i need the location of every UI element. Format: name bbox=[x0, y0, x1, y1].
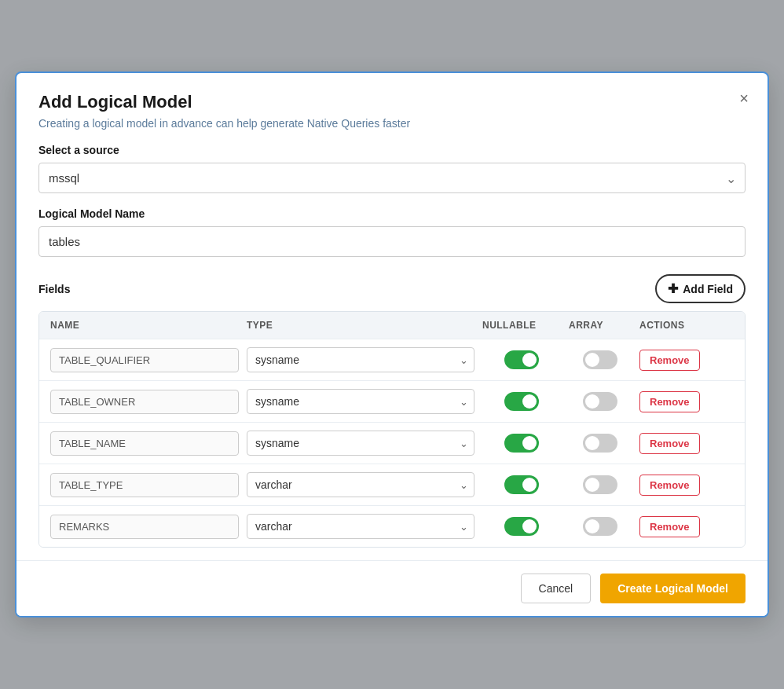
modal-overlay: Add Logical Model Creating a logical mod… bbox=[0, 0, 784, 689]
col-header-actions: ACTIONS bbox=[639, 320, 734, 331]
table-row: sysname varchar int boolean text uuid js… bbox=[39, 505, 745, 547]
field-name-input[interactable] bbox=[50, 390, 239, 414]
remove-button[interactable]: Remove bbox=[639, 475, 700, 496]
array-toggle[interactable] bbox=[583, 350, 617, 369]
nullable-toggle-container bbox=[482, 517, 561, 536]
nullable-toggle[interactable] bbox=[504, 517, 539, 536]
field-name-input[interactable] bbox=[50, 515, 239, 539]
nullable-toggle-container bbox=[482, 434, 561, 453]
type-select[interactable]: sysname varchar int boolean text uuid js… bbox=[247, 431, 474, 456]
type-select[interactable]: sysname varchar int boolean text uuid js… bbox=[247, 347, 474, 372]
field-name-input[interactable] bbox=[50, 431, 239, 456]
modal-header: Add Logical Model Creating a logical mod… bbox=[16, 73, 768, 130]
nullable-toggle-container bbox=[482, 350, 561, 369]
table-head: NAME TYPE NULLABLE ARRAY ACTIONS bbox=[39, 312, 745, 339]
array-toggle[interactable] bbox=[583, 475, 617, 494]
type-select-wrapper: sysname varchar int boolean text uuid js… bbox=[247, 514, 474, 539]
type-select-wrapper: sysname varchar int boolean text uuid js… bbox=[247, 389, 474, 414]
nullable-toggle-container bbox=[482, 392, 561, 411]
array-toggle[interactable] bbox=[583, 517, 617, 536]
fields-table: NAME TYPE NULLABLE ARRAY ACTIONS sysname bbox=[38, 311, 746, 548]
actions-cell: Remove bbox=[639, 516, 734, 537]
cancel-button[interactable]: Cancel bbox=[521, 574, 592, 603]
nullable-toggle-container bbox=[482, 475, 561, 494]
array-toggle[interactable] bbox=[583, 392, 617, 411]
array-toggle-container bbox=[569, 350, 632, 369]
modal-body: Select a source mssql postgres mysql sql… bbox=[16, 144, 768, 560]
col-header-name: NAME bbox=[50, 320, 239, 331]
remove-button[interactable]: Remove bbox=[639, 433, 700, 454]
add-icon: ✚ bbox=[668, 281, 678, 296]
remove-button[interactable]: Remove bbox=[639, 391, 700, 412]
field-name-input[interactable] bbox=[50, 348, 239, 372]
source-select-wrapper: mssql postgres mysql sqlite ⌄ bbox=[38, 163, 746, 193]
nullable-toggle[interactable] bbox=[504, 475, 539, 494]
modal-title: Add Logical Model bbox=[38, 92, 746, 112]
nullable-toggle[interactable] bbox=[504, 350, 539, 369]
type-select[interactable]: sysname varchar int boolean text uuid js… bbox=[247, 389, 474, 414]
actions-cell: Remove bbox=[639, 433, 734, 454]
close-button[interactable]: × bbox=[736, 87, 752, 109]
actions-cell: Remove bbox=[639, 391, 734, 412]
modal-footer: Cancel Create Logical Model bbox=[16, 560, 768, 616]
col-header-nullable: NULLABLE bbox=[482, 320, 561, 331]
array-toggle-container bbox=[569, 517, 632, 536]
array-toggle-container bbox=[569, 434, 632, 453]
array-toggle[interactable] bbox=[583, 434, 617, 453]
model-name-label: Logical Model Name bbox=[38, 207, 746, 220]
type-select-wrapper: sysname varchar int boolean text uuid js… bbox=[247, 347, 474, 372]
array-toggle-container bbox=[569, 392, 632, 411]
col-header-array: ARRAY bbox=[569, 320, 632, 331]
table-row: sysname varchar int boolean text uuid js… bbox=[39, 422, 745, 464]
add-field-button[interactable]: ✚ Add Field bbox=[655, 274, 746, 303]
array-toggle-container bbox=[569, 475, 632, 494]
nullable-toggle[interactable] bbox=[504, 392, 539, 411]
type-select-wrapper: sysname varchar int boolean text uuid js… bbox=[247, 472, 474, 497]
table-body: sysname varchar int boolean text uuid js… bbox=[39, 339, 745, 547]
remove-button[interactable]: Remove bbox=[639, 350, 700, 371]
field-name-input[interactable] bbox=[50, 473, 239, 497]
table-row: sysname varchar int boolean text uuid js… bbox=[39, 464, 745, 505]
add-logical-model-modal: Add Logical Model Creating a logical mod… bbox=[15, 71, 769, 618]
table-row: sysname varchar int boolean text uuid js… bbox=[39, 339, 745, 380]
source-select[interactable]: mssql postgres mysql sqlite bbox=[38, 163, 746, 193]
add-field-button-label: Add Field bbox=[683, 283, 733, 295]
source-label: Select a source bbox=[38, 144, 746, 156]
type-select[interactable]: sysname varchar int boolean text uuid js… bbox=[247, 472, 474, 497]
type-select[interactable]: sysname varchar int boolean text uuid js… bbox=[247, 514, 474, 539]
remove-button[interactable]: Remove bbox=[639, 516, 700, 537]
modal-subtitle: Creating a logical model in advance can … bbox=[38, 117, 746, 130]
actions-cell: Remove bbox=[639, 350, 734, 371]
col-header-type: TYPE bbox=[247, 320, 474, 331]
fields-header: Fields ✚ Add Field bbox=[38, 274, 746, 303]
model-name-input[interactable] bbox=[38, 226, 746, 257]
create-logical-model-button[interactable]: Create Logical Model bbox=[600, 574, 746, 603]
actions-cell: Remove bbox=[639, 475, 734, 496]
table-row: sysname varchar int boolean text uuid js… bbox=[39, 380, 745, 422]
type-select-wrapper: sysname varchar int boolean text uuid js… bbox=[247, 431, 474, 456]
nullable-toggle[interactable] bbox=[504, 434, 539, 453]
fields-label: Fields bbox=[38, 283, 70, 295]
